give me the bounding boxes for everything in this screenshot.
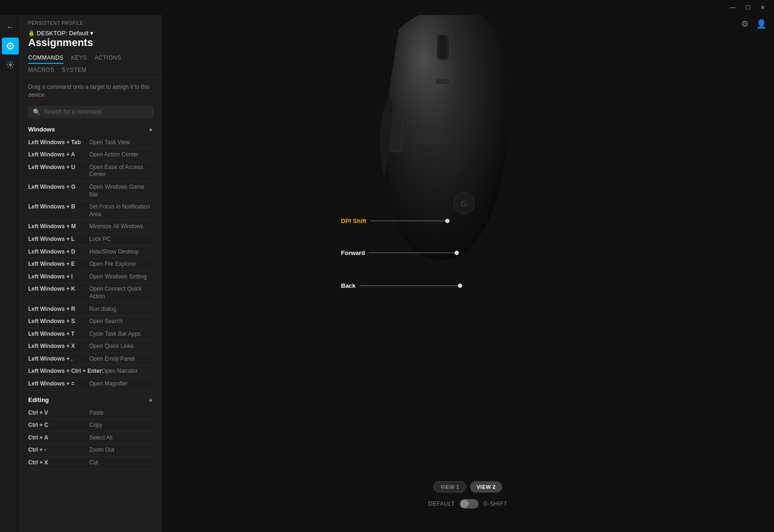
profile-name[interactable]: 🔒 DESKTOP: Default ▾ [28, 30, 154, 37]
cmd-desc: Open Action Center [89, 151, 139, 159]
cmd-key: Left Windows + = [28, 380, 89, 387]
svg-point-1 [9, 45, 11, 47]
titlebar: — ☐ ✕ [0, 0, 774, 15]
sidebar-header: PERSISTENT PROFILE 🔒 DESKTOP: Default ▾ … [21, 15, 161, 77]
topbar-icons: ⚙ 👤 [734, 15, 774, 33]
close-button[interactable]: ✕ [755, 0, 770, 15]
cmd-key: Left Windows + . [28, 355, 89, 362]
forward-text: Forward [341, 249, 365, 256]
cmd-key: Ctrl + V [28, 409, 89, 416]
cmd-key: Left Windows + T [28, 331, 89, 337]
list-item[interactable]: Left Windows + KOpen Connect Quick Actio… [28, 283, 154, 303]
editing-section-header[interactable]: Editing ▲ [28, 396, 154, 403]
svg-rect-28 [439, 36, 447, 59]
assignments-icon[interactable] [2, 38, 19, 54]
windows-collapse-icon: ▲ [148, 126, 154, 132]
cmd-desc: Zoom Out [89, 447, 114, 454]
editing-section-title: Editing [28, 396, 49, 403]
tab-system[interactable]: SYSTEM [62, 67, 86, 73]
list-item[interactable]: Ctrl + -Zoom Out [28, 444, 154, 457]
cmd-key: Left Windows + U [28, 164, 89, 170]
cmd-key: Left Windows + X [28, 343, 89, 349]
cmd-desc: Open File Explorer [89, 261, 136, 268]
cmd-desc: Copy [89, 422, 102, 429]
svg-text:G: G [461, 199, 467, 208]
list-item[interactable]: Left Windows + Ctrl + EnterOpen Narrator [28, 365, 154, 378]
list-item[interactable]: Left Windows + IOpen Windows Setting [28, 271, 154, 284]
cmd-desc: Open Magnifier [89, 380, 128, 388]
cmd-desc: Open Ease of Access Center [89, 164, 154, 178]
cmd-desc: Open Connect Quick Action [89, 285, 154, 300]
list-item[interactable]: Left Windows + GOpen Windows Game Bar [28, 181, 154, 201]
cmd-desc: Open Narrator [102, 368, 138, 375]
gshift-toggle[interactable] [460, 499, 479, 509]
bottom-controls: VIEW 1 VIEW 2 DEFAULT G-SHIFT [428, 481, 507, 509]
svg-point-6 [9, 63, 12, 66]
user-icon[interactable]: 👤 [756, 19, 766, 29]
list-item[interactable]: Left Windows + .Open Emoji Panel [28, 353, 154, 366]
list-item[interactable]: Left Windows + TCycle Task Bar Apps [28, 328, 154, 341]
gshift-label: G-SHIFT [483, 501, 508, 507]
cmd-desc: Open Task View [89, 139, 130, 146]
list-item[interactable]: Left Windows + MMinimize All Windows [28, 221, 154, 233]
list-item[interactable]: Left Windows + BSet Focus in Notificatio… [28, 201, 154, 221]
windows-section-title: Windows [28, 126, 55, 133]
cmd-desc: Set Focus in Notification Area [89, 203, 154, 218]
list-item[interactable]: Left Windows + LLock PC [28, 233, 154, 246]
cmd-key: Left Windows + K [28, 285, 89, 292]
list-item[interactable]: Left Windows + UOpen Ease of Access Cent… [28, 162, 154, 181]
cmd-key: Left Windows + Ctrl + Enter [28, 368, 102, 374]
cmd-desc: Run dialog [89, 306, 116, 313]
settings-icon[interactable]: ⚙ [741, 19, 749, 29]
cmd-desc: Open Search [89, 318, 123, 325]
app-body: ← [0, 15, 774, 532]
cmd-key: Left Windows + R [28, 306, 89, 312]
dpi-shift-text: DPI Shift [341, 217, 366, 224]
view2-button[interactable]: VIEW 2 [470, 481, 502, 493]
lock-icon: 🔒 [28, 30, 35, 36]
list-item[interactable]: Ctrl + CCopy [28, 419, 154, 432]
tab-macros[interactable]: MACROS [28, 67, 54, 73]
drag-hint: Drag a command onto a target to assign i… [28, 83, 154, 99]
list-item[interactable]: Left Windows + RRun dialog [28, 303, 154, 316]
view1-button[interactable]: VIEW 1 [433, 481, 466, 493]
main-area: ⚙ 👤 [162, 15, 774, 532]
editing-commands-list: Ctrl + VPasteCtrl + CCopyCtrl + ASelect … [28, 407, 154, 470]
minimize-button[interactable]: — [725, 0, 740, 15]
cmd-desc: Cut [89, 459, 98, 467]
list-item[interactable]: Left Windows + EOpen File Explorer [28, 258, 154, 271]
list-item[interactable]: Left Windows + AOpen Action Center [28, 149, 154, 162]
cmd-desc: Open Windows Game Bar [89, 184, 154, 198]
lighting-icon[interactable] [2, 56, 19, 73]
back-button[interactable]: ← [2, 19, 19, 36]
tab-actions[interactable]: ACTIONS [94, 54, 121, 64]
svg-line-13 [12, 62, 13, 63]
list-item[interactable]: Left Windows + =Open Magnifier [28, 378, 154, 391]
mouse-visualization: G DPI Shift Forward Back [327, 119, 609, 438]
cmd-desc: Select All [89, 434, 112, 442]
back-text: Back [341, 282, 356, 289]
cmd-desc: Cycle Task Bar Apps [89, 331, 141, 338]
cmd-key: Left Windows + M [28, 223, 89, 230]
list-item[interactable]: Ctrl + VPaste [28, 407, 154, 420]
windows-section-header[interactable]: Windows ▲ [28, 126, 154, 133]
cmd-desc: Lock PC [89, 236, 110, 243]
list-item[interactable]: Ctrl + ASelect All [28, 432, 154, 445]
maximize-button[interactable]: ☐ [740, 0, 755, 15]
list-item[interactable]: Left Windows + XOpen Quick Links [28, 340, 154, 353]
svg-rect-32 [436, 79, 450, 85]
cmd-desc: Minimize All Windows [89, 223, 143, 231]
list-item[interactable]: Left Windows + DHide/Show Desktop [28, 246, 154, 259]
search-input[interactable] [44, 108, 149, 115]
dpi-shift-label: DPI Shift [341, 217, 449, 224]
tab-commands[interactable]: COMMANDS [28, 54, 63, 64]
list-item[interactable]: Left Windows + TabOpen Task View [28, 137, 154, 149]
primary-tabs: COMMANDS KEYS ACTIONS [28, 54, 154, 64]
tab-keys[interactable]: KEYS [71, 54, 87, 64]
cmd-key: Ctrl + C [28, 422, 89, 428]
view-buttons: VIEW 1 VIEW 2 [433, 481, 503, 493]
list-item[interactable]: Ctrl + XCut [28, 457, 154, 470]
list-item[interactable]: Left Windows + SOpen Search [28, 316, 154, 328]
page-title: Assignments [28, 37, 154, 49]
search-bar[interactable]: 🔍 [28, 106, 154, 118]
